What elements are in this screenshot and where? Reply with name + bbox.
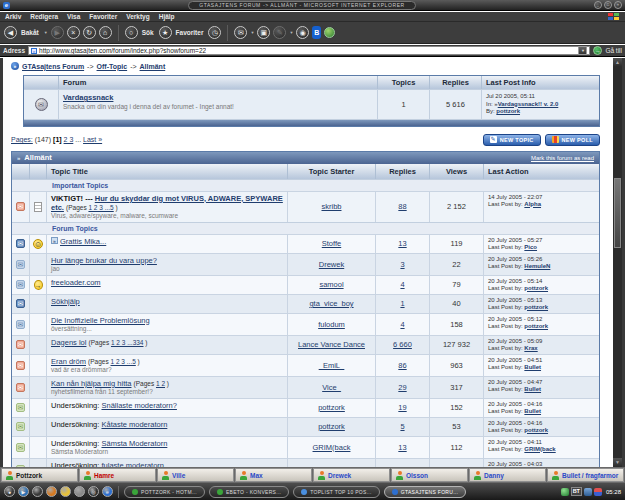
goto-last-post-icon[interactable]: » <box>51 237 58 244</box>
msn-conversation-button[interactable]: Danny <box>469 468 546 482</box>
scrollbar-thumb[interactable] <box>614 178 621 248</box>
favorites-button[interactable]: ★ <box>159 26 172 39</box>
settings-icon[interactable]: ◎ <box>88 486 99 497</box>
address-url[interactable]: http://www.gtasajten.com/forum/index.php… <box>39 47 206 54</box>
last-poster-link[interactable]: pottzork <box>524 285 548 291</box>
menu-item-visa[interactable]: Visa <box>67 13 80 20</box>
topic-link[interactable]: Kåtaste moderatorn <box>101 420 167 429</box>
page-number-links[interactable]: 2 3 <box>64 136 74 143</box>
print-button[interactable]: ▣ <box>257 26 270 39</box>
last-poster-link[interactable]: Bullet <box>524 408 541 414</box>
topic-link[interactable]: Sökhjälp <box>51 297 80 306</box>
breadcrumb-link[interactable]: Off-Topic <box>97 63 128 70</box>
topic-link[interactable]: Sämsta Moderatorn <box>101 439 167 448</box>
topic-starter-link[interactable]: pottzork <box>318 403 345 412</box>
vertical-scrollbar[interactable]: ▲ ▼ <box>613 58 622 467</box>
scroll-up-arrow[interactable]: ▲ <box>613 58 622 67</box>
lastpost-author-link[interactable]: pottzork <box>496 108 520 114</box>
last-poster-link[interactable]: pottzork <box>524 323 548 329</box>
topic-replies-link[interactable]: 13 <box>398 443 406 452</box>
msn-conversation-button[interactable]: Hamre <box>79 468 156 482</box>
forum-link[interactable]: Vardagssnack <box>63 93 113 102</box>
menu-item-arkiv[interactable]: Arkiv <box>5 13 21 20</box>
topic-starter-link[interactable]: GRIM(back <box>313 443 351 452</box>
topic-starter-link[interactable]: _EmiL_ <box>319 361 344 370</box>
topic-replies-link[interactable]: 4 <box>400 280 404 289</box>
msn-conversation-button[interactable]: Olsson <box>391 468 468 482</box>
back-button[interactable]: ◀ <box>4 26 17 39</box>
topic-replies-link[interactable]: 6 660 <box>393 340 412 349</box>
topic-link[interactable]: Snällaste moderatorn? <box>101 401 176 410</box>
messenger-button[interactable]: ◉ <box>296 26 309 39</box>
topic-link[interactable]: freeloader.com <box>51 278 101 287</box>
topic-replies-link[interactable]: 1 <box>400 299 404 308</box>
maximize-button[interactable]: □ <box>604 1 612 9</box>
back-label[interactable]: Bakåt <box>21 29 39 36</box>
breadcrumb-link[interactable]: GTAsajtens Forum <box>22 63 84 70</box>
topic-replies-link[interactable]: 3 <box>400 260 404 269</box>
favorites-label[interactable]: Favoriter <box>176 29 204 36</box>
last-poster-link[interactable]: Bullet <box>524 386 541 392</box>
menu-item-favoriter[interactable]: Favoriter <box>89 13 117 20</box>
topic-replies-link[interactable]: 88 <box>398 202 406 211</box>
forward-button[interactable]: ▶ <box>51 26 64 39</box>
topic-starter-link[interactable]: samool <box>319 280 343 289</box>
last-poster-link[interactable]: Pico <box>524 244 537 250</box>
topic-starter-link[interactable]: Vice_ <box>322 383 341 392</box>
home-button[interactable]: ⌂ <box>99 26 112 39</box>
menu-item-verktyg[interactable]: Verktyg <box>126 13 150 20</box>
edit-button[interactable]: ✎ <box>273 26 286 39</box>
menu-item-redigera[interactable]: Redigera <box>30 13 58 20</box>
topic-starter-link[interactable]: Stoffe <box>322 239 341 248</box>
msn-conversation-button[interactable]: Drewek <box>313 468 390 482</box>
bluetooth-icon[interactable]: B <box>312 26 321 39</box>
tray-messenger-icon[interactable] <box>594 488 602 496</box>
topic-replies-link[interactable]: 5 <box>400 422 404 431</box>
topic-starter-link[interactable]: Drewek <box>319 260 344 269</box>
back-dropdown-icon[interactable]: ▼ <box>44 30 48 35</box>
topic-starter-link[interactable]: Lance Vance Dance <box>298 340 365 349</box>
topic-link[interactable]: Grattis Mika... <box>60 237 106 246</box>
topic-page-links[interactable]: 1 2 3 ...5 <box>111 358 136 365</box>
topic-page-links[interactable]: 1 2 3 ...5 <box>88 204 113 211</box>
topic-replies-link[interactable]: 4 <box>400 320 404 329</box>
start-button[interactable]: ● <box>4 486 15 497</box>
bluetooth-tray-icon[interactable]: BT <box>571 487 582 496</box>
explorer-icon[interactable] <box>74 486 85 497</box>
media-player-icon[interactable]: ▶ <box>18 486 29 497</box>
topic-link[interactable]: Hur länge brukar du vara uppe? <box>51 256 157 265</box>
msn-conversation-button[interactable]: Ville <box>157 468 234 482</box>
firefox-icon[interactable] <box>46 486 57 497</box>
mark-forum-read-link[interactable]: Mark this forum as read <box>531 155 594 161</box>
last-page-link[interactable]: Last » <box>83 136 102 143</box>
topic-link[interactable]: Kan nån hjälpa mig hitta <box>51 379 131 388</box>
address-dropdown-icon[interactable]: ▼ <box>578 46 587 55</box>
scroll-down-arrow[interactable]: ▼ <box>613 458 622 467</box>
stop-button[interactable]: × <box>67 26 80 39</box>
pages-link[interactable]: Pages: <box>11 136 33 143</box>
topic-page-links[interactable]: 1 2 3 ...334 <box>111 339 144 346</box>
topic-starter-link[interactable]: skribb <box>321 202 341 211</box>
minimize-button[interactable]: _ <box>594 1 602 9</box>
topic-replies-link[interactable]: 13 <box>398 239 406 248</box>
go-label[interactable]: Gå till <box>605 47 622 54</box>
edit-dropdown-icon[interactable]: ▼ <box>289 30 293 35</box>
last-poster-link[interactable]: Krax <box>524 345 537 351</box>
search-button[interactable]: ○ <box>125 26 138 39</box>
taskbar-window-button[interactable]: POTTZORK - HOTM... <box>124 486 205 498</box>
go-button[interactable]: → <box>593 46 602 55</box>
mail-button[interactable]: ✉ <box>234 26 247 39</box>
mail-icon[interactable] <box>60 486 71 497</box>
topic-replies-link[interactable]: 19 <box>398 403 406 412</box>
topic-replies-link[interactable]: 29 <box>398 383 406 392</box>
tray-green-icon[interactable] <box>561 488 569 496</box>
msn-messenger-icon[interactable] <box>324 27 335 38</box>
last-poster-link[interactable]: HemuleN <box>524 263 550 269</box>
topic-link[interactable]: Eran dröm <box>51 357 86 366</box>
mail-dropdown-icon[interactable]: ▼ <box>250 30 254 35</box>
breadcrumb-link[interactable]: Allmänt <box>140 63 166 70</box>
topic-link[interactable]: Dagens lol <box>51 338 86 347</box>
topic-starter-link[interactable]: gta_vice_boy <box>309 299 353 308</box>
taskbar-window-button[interactable]: EBETO - KONVERS... <box>209 486 289 498</box>
topic-link[interactable]: Die Inoffizielle Problemlösung <box>51 316 150 325</box>
